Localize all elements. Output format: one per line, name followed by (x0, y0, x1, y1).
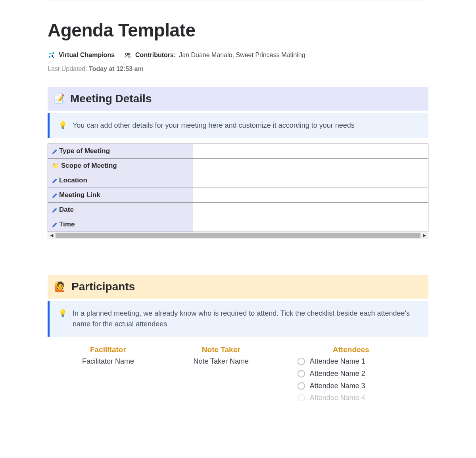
attendees-label: Attendees (278, 345, 424, 354)
page-title: Agenda Template (48, 19, 428, 41)
detail-value-cell[interactable] (192, 159, 428, 173)
detail-label-cell[interactable]: Time (48, 217, 192, 232)
svg-point-1 (52, 52, 54, 54)
attendee-checkbox[interactable] (298, 394, 305, 401)
detail-label-cell[interactable]: Location (48, 173, 192, 188)
table-row: Date (48, 203, 428, 217)
svg-point-0 (49, 53, 51, 54)
attendee-name[interactable]: Attendee Name 4 (310, 394, 365, 401)
participants-title: Participants (71, 280, 135, 293)
detail-label-cell[interactable]: 📁Scope of Meeting (48, 159, 192, 173)
meeting-details-tip: 💡 You can add other details for your mee… (48, 113, 428, 138)
participants-tip: 💡 In a planned meeting, we already know … (48, 301, 428, 337)
contributors-icon (124, 51, 132, 59)
detail-label-cell[interactable]: Type of Meeting (48, 144, 192, 159)
attendee-checkbox[interactable] (298, 358, 305, 365)
horizontal-scrollbar[interactable]: ◀ ▶ (48, 232, 428, 239)
team-name: Virtual Champions (59, 52, 115, 59)
contributors-meta[interactable]: Contributors: Jan Duane Manalo, Sweet Pr… (124, 51, 305, 59)
facilitator-name[interactable]: Facilitator Name (52, 357, 165, 366)
facilitator-label: Facilitator (52, 345, 165, 354)
contributors-value: Jan Duane Manalo, Sweet Princess Matinin… (179, 52, 305, 59)
last-updated: Last Updated: Today at 12:53 am (48, 65, 428, 73)
meta-row: Virtual Champions Contributors: Jan Duan… (48, 51, 428, 59)
attendee-row: Attendee Name 4 (298, 394, 424, 401)
detail-value-cell[interactable] (192, 173, 428, 188)
spacer (48, 239, 428, 275)
detail-value-cell[interactable] (192, 203, 428, 217)
detail-label-text: Date (59, 206, 74, 213)
pen-icon (52, 148, 58, 154)
meeting-details-title: Meeting Details (70, 92, 152, 105)
scrollbar-track[interactable] (56, 233, 420, 238)
meeting-details-tip-text: You can add other details for your meeti… (73, 120, 355, 131)
detail-value-cell[interactable] (192, 188, 428, 203)
svg-point-2 (49, 56, 50, 57)
detail-label-text: Time (59, 220, 75, 228)
attendee-checkbox[interactable] (298, 370, 305, 378)
scroll-left-arrow-icon[interactable]: ◀ (48, 232, 55, 239)
last-updated-label: Last Updated: (48, 65, 87, 72)
pen-icon (52, 221, 58, 228)
meeting-details-table: Type of Meeting📁Scope of MeetingLocation… (48, 144, 428, 232)
meeting-details-header: 📝 Meeting Details (48, 87, 428, 111)
detail-value-cell[interactable] (192, 217, 428, 232)
table-row: Location (48, 173, 428, 188)
table-row: 📁Scope of Meeting (48, 159, 428, 173)
team-logo-icon (48, 51, 56, 59)
last-updated-value: Today at 12:53 am (89, 65, 144, 72)
note-taker-label: Note Taker (165, 345, 278, 354)
note-taker-column: Note Taker Note Taker Name (165, 345, 278, 405)
attendee-row: Attendee Name 1 (298, 357, 424, 366)
detail-label-text: Location (59, 176, 87, 184)
participants-grid: Facilitator Facilitator Name Note Taker … (48, 345, 428, 405)
table-row: Time (48, 217, 428, 232)
detail-label-cell[interactable]: Date (48, 203, 192, 217)
raising-hand-icon: 🙋 (54, 281, 66, 292)
memo-icon: 📝 (54, 94, 65, 104)
detail-label-cell[interactable]: Meeting Link (48, 188, 192, 203)
table-row: Meeting Link (48, 188, 428, 203)
note-taker-name[interactable]: Note Taker Name (165, 357, 278, 366)
pen-icon (52, 192, 58, 198)
pen-icon (52, 206, 58, 213)
facilitator-column: Facilitator Facilitator Name (52, 345, 165, 405)
svg-point-6 (128, 53, 130, 55)
detail-label-text: Type of Meeting (59, 147, 110, 155)
pen-icon (52, 177, 58, 184)
svg-point-3 (52, 55, 53, 57)
attendee-row: Attendee Name 2 (298, 370, 424, 378)
document-container: Agenda Template Virtual Champions (48, 0, 428, 405)
attendees-column: Attendees Attendee Name 1Attendee Name 2… (278, 345, 424, 405)
svg-point-4 (53, 57, 54, 58)
detail-label-text: Scope of Meeting (61, 162, 117, 169)
table-row: Type of Meeting (48, 144, 428, 159)
attendee-name[interactable]: Attendee Name 2 (310, 370, 365, 378)
contributors-label: Contributors: (135, 52, 176, 59)
lightbulb-icon: 💡 (58, 120, 67, 131)
scroll-right-arrow-icon[interactable]: ▶ (421, 232, 428, 239)
team-meta[interactable]: Virtual Champions (48, 51, 115, 59)
detail-value-cell[interactable] (192, 144, 428, 159)
folder-icon: 📁 (52, 162, 60, 169)
attendee-row: Attendee Name 3 (298, 382, 424, 390)
detail-label-text: Meeting Link (59, 191, 100, 199)
attendee-checkbox[interactable] (298, 382, 305, 390)
svg-point-5 (126, 53, 128, 55)
participants-header: 🙋 Participants (48, 275, 428, 299)
participants-tip-text: In a planned meeting, we already know wh… (73, 308, 420, 330)
lightbulb-icon: 💡 (58, 308, 67, 319)
attendee-name[interactable]: Attendee Name 3 (310, 382, 365, 390)
attendee-name[interactable]: Attendee Name 1 (310, 357, 365, 366)
